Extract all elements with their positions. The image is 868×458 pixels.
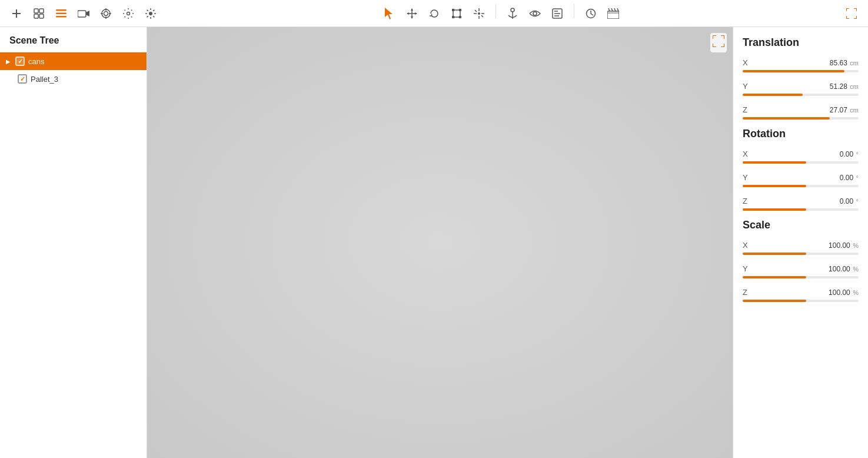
svg-line-24 [153, 16, 154, 17]
scene-tree-item-pallet3[interactable]: Pallet_3 [0, 70, 147, 88]
svg-point-17 [127, 12, 130, 15]
svg-line-45 [481, 15, 483, 17]
view-tool-icon[interactable] [526, 4, 544, 23]
rotation-y-row: Y 0.00 ° [743, 172, 859, 182]
rotation-x-row: X 0.00 ° [743, 148, 859, 159]
sun-icon[interactable] [141, 4, 160, 23]
svg-rect-3 [39, 9, 44, 13]
time-icon[interactable] [581, 4, 600, 23]
translation-z-value: 27.07 cm [830, 104, 859, 115]
translation-z-label: Z [743, 105, 747, 114]
svg-rect-7 [56, 12, 66, 14]
scale-x-slider[interactable] [743, 253, 859, 255]
svg-marker-32 [407, 12, 409, 15]
svg-point-48 [533, 12, 537, 15]
svg-rect-35 [452, 9, 454, 11]
rotation-x-label: X [743, 150, 748, 158]
rotation-x-slider[interactable] [743, 161, 859, 164]
scale-y-value: 100.00 % [829, 263, 859, 274]
translation-x-row: X 85.63 cm [743, 57, 859, 68]
anchor-tool-icon[interactable] [503, 4, 522, 23]
viewport-3d[interactable]: EPAL EUR Cola Cola Cola Cola [147, 27, 733, 458]
svg-rect-54 [607, 11, 619, 19]
add-icon[interactable] [7, 4, 26, 23]
translation-z-row: Z 27.07 cm [743, 104, 859, 115]
translation-section: Translation X 85.63 cm Y 51.28 cm [743, 36, 859, 120]
translation-y-slider[interactable] [743, 94, 859, 96]
svg-point-39 [478, 12, 480, 15]
svg-rect-36 [459, 9, 461, 11]
svg-point-11 [102, 9, 110, 18]
svg-rect-5 [39, 14, 44, 18]
target-icon[interactable] [97, 4, 115, 23]
rotation-z-value: 0.00 ° [840, 195, 859, 206]
grid-icon[interactable] [29, 4, 48, 23]
scale-y-slider[interactable] [743, 276, 859, 278]
transform-tool-icon[interactable] [470, 4, 488, 23]
rotation-y-label: Y [743, 173, 748, 182]
scale-x-label: X [743, 241, 748, 250]
rotation-y-value: 0.00 ° [840, 172, 859, 182]
scale-x-value: 100.00 % [829, 240, 859, 250]
svg-rect-1 [12, 13, 21, 14]
rotation-z-row: Z 0.00 ° [743, 195, 859, 206]
scale-z-row: Z 100.00 % [743, 287, 859, 297]
svg-marker-30 [411, 8, 413, 11]
svg-marker-10 [86, 11, 89, 16]
translation-y-row: Y 51.28 cm [743, 81, 859, 91]
viewport-background [147, 27, 733, 458]
svg-rect-4 [34, 14, 38, 18]
translation-y-label: Y [743, 82, 748, 91]
camera-icon[interactable] [74, 4, 93, 23]
translation-z-slider[interactable] [743, 117, 859, 120]
svg-rect-2 [34, 9, 38, 13]
cursor-tool-icon[interactable] [380, 4, 399, 23]
main-content: Scene Tree ▶ cans Pallet_3 [0, 27, 868, 458]
scale-y-row: Y 100.00 % [743, 263, 859, 274]
tree-arrow-cans: ▶ [6, 58, 11, 65]
rotation-title: Rotation [743, 128, 859, 140]
move-tool-icon[interactable] [403, 4, 421, 23]
svg-point-12 [104, 11, 108, 15]
scale-title: Scale [743, 219, 859, 231]
scale-tool-icon[interactable] [447, 4, 466, 23]
scene-tree-title: Scene Tree [0, 27, 147, 52]
svg-marker-31 [411, 16, 413, 19]
scale-z-slider[interactable] [743, 300, 859, 302]
svg-point-18 [149, 12, 152, 15]
svg-line-23 [147, 9, 148, 11]
svg-point-46 [511, 8, 514, 12]
menu-icon[interactable] [52, 4, 71, 23]
clapper-icon[interactable] [604, 4, 623, 23]
svg-rect-6 [56, 9, 66, 11]
tree-checkbox-cans[interactable] [15, 57, 25, 66]
edit-tool-icon[interactable] [548, 4, 567, 23]
settings-icon[interactable] [119, 4, 138, 23]
svg-marker-33 [415, 12, 417, 15]
svg-rect-9 [78, 11, 86, 17]
svg-rect-8 [56, 16, 66, 18]
translation-x-value: 85.63 cm [830, 57, 859, 68]
svg-line-26 [147, 16, 148, 17]
fullscreen-icon[interactable] [842, 4, 861, 23]
scene-tree-panel: Scene Tree ▶ cans Pallet_3 [0, 27, 147, 458]
svg-rect-38 [459, 16, 461, 18]
toolbar [0, 0, 868, 27]
translation-title: Translation [743, 36, 859, 49]
scale-y-label: Y [743, 264, 748, 273]
translation-y-value: 51.28 cm [830, 81, 859, 91]
scale-z-value: 100.00 % [829, 287, 859, 297]
rotation-z-label: Z [743, 197, 747, 205]
tree-checkbox-pallet3[interactable] [18, 74, 27, 84]
properties-panel: Translation X 85.63 cm Y 51.28 cm [733, 27, 868, 458]
scene-tree-item-cans[interactable]: ▶ cans [0, 52, 147, 70]
scale-section: Scale X 100.00 % Y 100.00 % [743, 219, 859, 302]
translation-x-label: X [743, 58, 748, 67]
fullscreen-overlay-button[interactable] [710, 33, 727, 52]
svg-marker-27 [385, 8, 393, 19]
rotation-z-slider[interactable] [743, 208, 859, 211]
rotate-tool-icon[interactable] [425, 4, 444, 23]
translation-x-slider[interactable] [743, 70, 859, 72]
rotation-y-slider[interactable] [743, 185, 859, 187]
tree-label-pallet3: Pallet_3 [31, 75, 58, 84]
